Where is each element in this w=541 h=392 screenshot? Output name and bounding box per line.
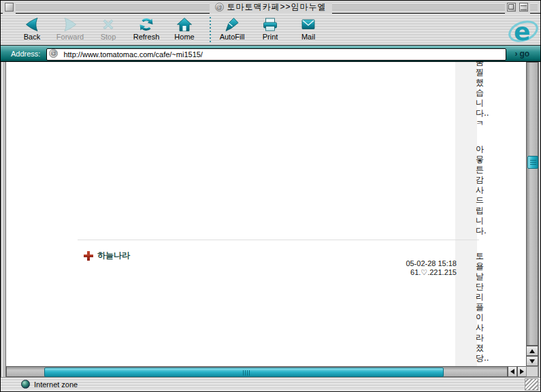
svg-text:e: e: [514, 18, 530, 45]
autofill-icon: [223, 16, 241, 33]
vertical-scroll-track[interactable]: [526, 62, 538, 346]
comment-text-2: 아 뭏 튼 감 사 드 립 니 다.: [476, 144, 488, 236]
post-date: 05-02-28 15:18: [406, 259, 457, 268]
scroll-up-button[interactable]: [526, 346, 538, 356]
back-icon: [23, 16, 41, 33]
refresh-icon: [137, 16, 155, 33]
autofill-button[interactable]: AutoFill: [213, 16, 251, 41]
stop-label: Stop: [101, 33, 116, 41]
autofill-label: AutoFill: [220, 33, 245, 41]
close-button[interactable]: [5, 3, 14, 12]
refresh-label: Refresh: [133, 33, 160, 41]
scroll-left-button[interactable]: [508, 366, 517, 377]
forward-icon: [61, 16, 79, 33]
scroll-right-button[interactable]: [517, 366, 527, 377]
thumb-grip-icon: [530, 160, 536, 165]
zone-text: Internet zone: [34, 380, 78, 389]
vertical-scrollbar[interactable]: [526, 62, 538, 366]
print-icon: [261, 16, 279, 33]
page-content: 움 찔 했 습 니 다.. ㅋ 아 뭏 튼 감 사 드 립 니 다. 하늘나라 …: [6, 62, 526, 366]
window-frame-left: [1, 62, 6, 377]
status-bar: Internet zone: [1, 377, 540, 391]
stop-button[interactable]: Stop: [89, 16, 127, 41]
address-field-wrap: @: [46, 48, 506, 60]
home-icon: [176, 16, 193, 33]
red-cross-icon: [84, 251, 93, 261]
internet-explorer-logo-icon: e: [508, 15, 539, 45]
window-frame-right: [538, 62, 541, 377]
comment-column-background: [455, 62, 477, 366]
back-label: Back: [24, 33, 40, 41]
forward-label: Forward: [56, 33, 84, 41]
print-label: Print: [263, 33, 278, 41]
right-arrow-icon: [520, 369, 524, 374]
go-label: go: [519, 49, 529, 59]
home-label: Home: [174, 33, 194, 41]
comment-text-3: 토 욜 날 단 리 플 이 사 라 졌 당..: [476, 251, 488, 363]
title-bar[interactable]: @ 토마토맥카페>>임마누엘: [1, 1, 540, 14]
refresh-button[interactable]: Refresh: [127, 16, 165, 41]
stop-icon: [99, 16, 117, 33]
left-arrow-icon: [510, 369, 514, 374]
browser-window: @ 토마토맥카페>>임마누엘 Back Forward Stop: [0, 0, 541, 392]
window-title: 토마토맥카페>>임마누엘: [227, 1, 326, 13]
collapse-window-button[interactable]: [519, 3, 528, 12]
horizontal-scroll-thumb[interactable]: [44, 368, 444, 377]
horizontal-scroll-track[interactable]: [6, 366, 508, 377]
zoom-window-button[interactable]: [507, 3, 516, 12]
mail-label: Mail: [301, 33, 315, 41]
home-button[interactable]: Home: [165, 16, 203, 41]
scroll-down-button[interactable]: [526, 356, 538, 366]
author-row: 하늘나라: [84, 250, 130, 261]
thumb-grip-icon: [243, 370, 250, 376]
author-name[interactable]: 하늘나라: [97, 250, 130, 261]
back-button[interactable]: Back: [13, 16, 51, 41]
post-ip: 61.♡.221.215: [406, 268, 457, 277]
forward-button[interactable]: Forward: [51, 16, 89, 41]
security-zone-globe-icon: [21, 380, 30, 389]
address-bar: Address: @ › go: [1, 46, 540, 62]
toolbar: Back Forward Stop: [1, 14, 540, 46]
go-button[interactable]: › go: [514, 49, 529, 59]
address-input[interactable]: [46, 48, 506, 61]
up-arrow-icon: [529, 349, 535, 353]
post-meta: 05-02-28 15:18 61.♡.221.215: [406, 259, 457, 277]
address-label: Address:: [11, 50, 40, 58]
url-at-icon: @: [49, 49, 58, 58]
mail-icon: [299, 16, 317, 33]
window-resize-grip[interactable]: [525, 378, 538, 391]
post-divider: [78, 240, 479, 240]
down-arrow-icon: [529, 359, 535, 363]
print-button[interactable]: Print: [251, 16, 289, 41]
site-at-icon: @: [214, 3, 223, 12]
mail-button[interactable]: Mail: [289, 16, 327, 41]
scrollbar-corner: [526, 366, 538, 377]
window-title-area: @ 토마토맥카페>>임마누엘: [209, 1, 331, 14]
horizontal-scrollbar[interactable]: [6, 366, 526, 377]
comment-text-1: 움 찔 했 습 니 다.. ㅋ: [476, 62, 488, 129]
toolbar-separator: [210, 17, 211, 43]
go-arrow-icon: ›: [514, 49, 517, 59]
vertical-scroll-thumb[interactable]: [527, 156, 538, 169]
